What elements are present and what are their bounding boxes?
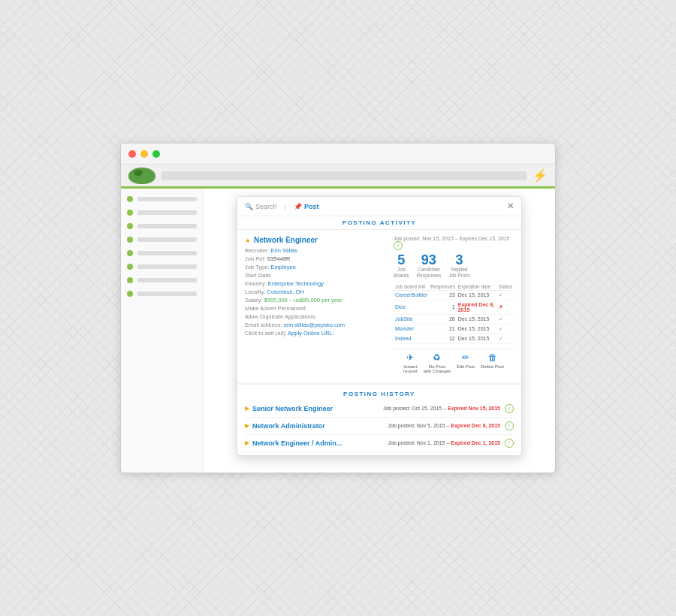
- history-item-title[interactable]: Network Engineer / Admin...: [252, 439, 342, 447]
- click-edit-link[interactable]: Apply Online URL:: [288, 330, 334, 337]
- browser-content: 🔍 Search | 📌 Post ✕ POSTING ACTIV: [121, 189, 555, 473]
- posting-date-info: Job posted: Nov 15, 2015 – Expires Dec 1…: [394, 236, 514, 250]
- table-cell-responses: 21: [429, 324, 457, 334]
- table-cell-board[interactable]: Dice: [394, 300, 429, 314]
- history-info-icon[interactable]: i: [505, 439, 514, 448]
- posting-date-text: Job posted: Nov 15, 2015 – Expires Dec 1…: [394, 236, 510, 241]
- history-item-title[interactable]: Senior Network Engineer: [252, 405, 333, 412]
- history-item-right: Job posted: Nov 5, 2015 – Expired Dec 6,…: [388, 421, 514, 430]
- locality-row: Locality: Columbus, OH: [245, 288, 386, 295]
- job-board-table: Job board link Responses Expiration date…: [394, 283, 514, 344]
- repost-changes-button[interactable]: ♻ Re-Postwith Changes: [424, 352, 451, 374]
- recruiter-value[interactable]: Erin Stillas: [271, 247, 297, 254]
- job-ref-value: 635448R: [267, 255, 290, 262]
- make-advert-row: Make Advert Permanent:: [245, 305, 386, 312]
- email-label: Email address:: [245, 322, 282, 328]
- history-item-right: Job posted: Oct 15, 2015 – Expired Nov 1…: [383, 404, 514, 413]
- current-job-title-text: Network Engineer: [254, 236, 318, 244]
- stat-responses: 93 CandidateResponses: [417, 253, 442, 279]
- recruiter-label: Recruiter:: [245, 247, 270, 254]
- tab-post[interactable]: 📌 Post: [294, 203, 319, 210]
- table-cell-status: ✓: [497, 314, 514, 324]
- history-arrow-icon: ▶: [245, 405, 249, 412]
- history-list: ▶ Senior Network Engineer Job posted: Oc…: [245, 400, 514, 452]
- stat-responses-label: CandidateResponses: [417, 267, 442, 279]
- locality-value[interactable]: Columbus, OH: [267, 288, 304, 295]
- delete-post-button[interactable]: 🗑 Delete Post: [481, 352, 504, 374]
- instant-repost-icon: ✈: [406, 352, 414, 363]
- history-item-date: Job posted: Oct 15, 2015 – Expired Nov 1…: [383, 406, 500, 411]
- edit-post-icon: ✏: [462, 352, 469, 363]
- history-info-icon[interactable]: i: [505, 421, 514, 430]
- table-cell-expiration: Dec 15, 2015: [457, 314, 497, 324]
- sidebar-bar: [137, 291, 197, 296]
- current-job-title: ▲ Network Engineer: [245, 236, 386, 244]
- history-item-date: Job posted: Nov 1, 2015 – Expired Dec 1,…: [388, 440, 500, 445]
- sidebar-item: [127, 210, 197, 216]
- table-header-board: Job board link: [394, 283, 429, 291]
- recruiter-row: Recruiter: Erin Stillas: [245, 247, 386, 254]
- browser-dot-yellow[interactable]: [140, 150, 148, 158]
- tab-post-label: Post: [304, 203, 319, 210]
- repost-changes-icon: ♻: [433, 352, 441, 363]
- table-cell-responses: 26: [429, 314, 457, 324]
- instant-repost-button[interactable]: ✈ Instantre-post: [403, 352, 418, 374]
- history-arrow-icon: ▶: [245, 439, 249, 446]
- salary-row: Salary: $565,000 – us$85,000 per year: [245, 297, 386, 303]
- app-logo: [128, 168, 155, 184]
- locality-label: Locality:: [245, 288, 266, 295]
- allow-dup-label: Allow Duplicate Applications:: [245, 313, 316, 320]
- make-advert-label: Make Advert Permanent:: [245, 305, 307, 312]
- modal-tabs: 🔍 Search | 📌 Post: [245, 203, 318, 210]
- allow-dup-row: Allow Duplicate Applications:: [245, 313, 386, 320]
- salary-label: Salary:: [245, 297, 262, 303]
- table-cell-board[interactable]: JobSite: [394, 314, 429, 324]
- sidebar-bar: [137, 278, 197, 282]
- sidebar-bar: [137, 224, 197, 228]
- history-item-title[interactable]: Network Administrator: [252, 422, 325, 430]
- modal-header: 🔍 Search | 📌 Post ✕: [237, 197, 521, 216]
- history-info-icon[interactable]: i: [505, 404, 514, 413]
- close-button[interactable]: ✕: [507, 201, 514, 211]
- posting-history-section: POSTING HISTORY ▶ Senior Network Enginee…: [237, 383, 521, 455]
- sidebar-bar: [137, 237, 197, 242]
- history-item: ▶ Network Engineer / Admin... Job posted…: [245, 435, 514, 452]
- sidebar-dot: [127, 210, 133, 216]
- salary-value: $565,000 – us$85,000 per year: [264, 297, 342, 303]
- sidebar-dot: [127, 264, 133, 270]
- posting-modal: 🔍 Search | 📌 Post ✕ POSTING ACTIV: [237, 196, 522, 456]
- history-expired-text: Expired Dec 6, 2015: [451, 423, 500, 428]
- table-cell-expiration: Dec 15, 2015: [457, 334, 497, 343]
- tab-search[interactable]: 🔍 Search: [245, 203, 277, 210]
- stat-boards: 5 JobBoards: [394, 253, 409, 279]
- table-cell-responses: 1: [429, 300, 457, 314]
- stat-replied-number: 3: [448, 253, 470, 267]
- posting-right-column: Job posted: Nov 15, 2015 – Expires Dec 1…: [394, 236, 514, 377]
- job-type-value[interactable]: Employee: [270, 264, 295, 270]
- table-header-responses: Responses: [429, 283, 457, 291]
- tab-divider: |: [285, 203, 286, 210]
- sidebar-item: [127, 277, 197, 283]
- table-cell-board[interactable]: Indeed: [394, 334, 429, 343]
- browser-dot-red[interactable]: [128, 150, 136, 158]
- table-cell-board[interactable]: CareerBuilder: [394, 290, 429, 300]
- industry-value[interactable]: Enterprise Technology: [268, 280, 324, 287]
- sidebar-dot: [127, 223, 133, 229]
- posting-history-title: POSTING HISTORY: [245, 388, 514, 400]
- browser-dot-green[interactable]: [152, 150, 160, 158]
- edit-post-label: Edit Post: [457, 364, 475, 370]
- table-cell-expiration: Expired Dec 8, 2015: [457, 300, 497, 314]
- action-row: ✈ Instantre-post ♻ Re-Postwith Changes ✏…: [394, 349, 514, 377]
- stat-boards-number: 5: [394, 253, 409, 267]
- delete-post-label: Delete Post: [481, 364, 504, 370]
- posting-left-column: ▲ Network Engineer Recruiter: Erin Still…: [245, 236, 386, 377]
- sidebar-dot: [127, 277, 133, 283]
- edit-post-button[interactable]: ✏ Edit Post: [457, 352, 475, 374]
- stat-boards-label: JobBoards: [394, 267, 409, 279]
- table-cell-board[interactable]: Monster: [394, 324, 429, 334]
- email-value[interactable]: erin.stillas@pepsko.com: [284, 322, 345, 328]
- sidebar-bar: [137, 264, 197, 269]
- repost-changes-label: Re-Postwith Changes: [424, 364, 451, 374]
- history-item: ▶ Network Administrator Job posted: Nov …: [245, 418, 514, 435]
- stat-replied: 3 RepliedJob Posts: [448, 253, 470, 279]
